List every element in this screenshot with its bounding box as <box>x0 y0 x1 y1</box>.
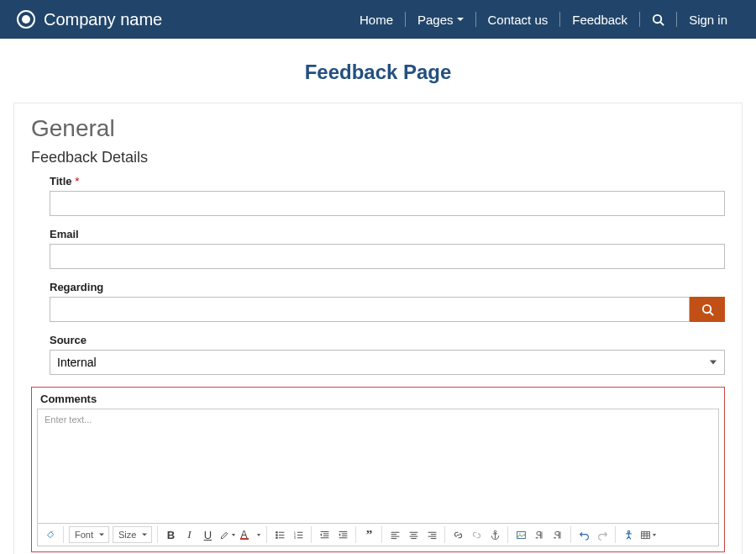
rtl-button[interactable] <box>549 525 567 544</box>
italic-button[interactable]: I <box>180 525 198 544</box>
indent-button[interactable] <box>333 525 352 544</box>
anchor-icon <box>490 530 501 541</box>
number-list-icon: 123 <box>293 530 304 541</box>
nav-signin[interactable]: Sign in <box>677 13 739 27</box>
editor-toolbar: Font Size B I U A <box>38 523 718 546</box>
search-icon <box>701 303 714 316</box>
table-button[interactable] <box>638 525 659 544</box>
brand-logo-icon <box>17 10 35 29</box>
nav-contact[interactable]: Contact us <box>476 13 560 27</box>
comments-label: Comments <box>40 393 719 405</box>
nav-links: Home Pages Contact us Feedback Sign in <box>348 12 739 27</box>
undo-button[interactable] <box>575 525 593 544</box>
comments-highlight: Comments Enter text... Font Size <box>31 387 725 552</box>
email-label: Email <box>50 228 725 240</box>
brand-name: Company name <box>44 10 162 29</box>
title-label-text: Title <box>50 175 72 187</box>
title-input[interactable] <box>50 191 725 216</box>
comments-input[interactable]: Enter text... <box>38 409 718 523</box>
search-icon <box>652 13 664 26</box>
number-list-button[interactable]: 123 <box>289 525 307 544</box>
svg-text:3: 3 <box>294 536 297 540</box>
redo-icon <box>597 530 608 541</box>
svg-line-3 <box>710 312 713 315</box>
bold-button[interactable]: B <box>161 525 180 544</box>
unlink-button[interactable] <box>467 525 486 544</box>
title-label: Title * <box>50 175 725 187</box>
align-left-icon <box>390 530 401 541</box>
link-icon <box>453 530 464 541</box>
nav-search[interactable] <box>640 13 676 26</box>
rtl-icon <box>553 530 564 541</box>
regarding-label: Regarding <box>50 281 725 293</box>
rich-text-editor: Enter text... Font Size B <box>37 409 719 546</box>
nav-feedback[interactable]: Feedback <box>560 13 639 27</box>
align-right-button[interactable] <box>423 525 441 544</box>
highlight-icon <box>219 530 230 541</box>
text-color-indicator <box>240 538 249 540</box>
regarding-input[interactable] <box>50 297 690 322</box>
align-left-button[interactable] <box>386 525 404 544</box>
brand[interactable]: Company name <box>17 10 162 29</box>
svg-line-1 <box>660 22 664 25</box>
nav-home[interactable]: Home <box>348 13 405 27</box>
nav-pages-label: Pages <box>417 13 454 27</box>
chevron-down-icon <box>457 18 464 21</box>
text-color-button[interactable]: A <box>238 525 263 544</box>
form-panel: General Feedback Details Title * Email R… <box>13 103 743 554</box>
font-dropdown[interactable]: Font <box>69 526 109 543</box>
undo-icon <box>579 530 590 541</box>
size-dropdown[interactable]: Size <box>113 526 152 543</box>
align-center-button[interactable] <box>404 525 423 544</box>
indent-icon <box>338 530 349 541</box>
nav-pages[interactable]: Pages <box>406 13 475 27</box>
svg-point-40 <box>519 533 521 535</box>
blockquote-button[interactable]: ” <box>360 525 378 544</box>
svg-point-0 <box>654 14 661 22</box>
svg-rect-42 <box>642 531 650 538</box>
ltr-button[interactable] <box>530 525 549 544</box>
svg-point-41 <box>627 530 629 532</box>
format-painter-button[interactable] <box>41 525 60 544</box>
email-input[interactable] <box>50 244 725 269</box>
required-indicator: * <box>75 175 79 187</box>
table-icon <box>640 530 651 541</box>
outdent-button[interactable] <box>315 525 333 544</box>
bullet-list-icon <box>275 530 286 541</box>
highlight-button[interactable] <box>217 525 238 544</box>
align-right-icon <box>427 530 438 541</box>
unlink-icon <box>471 530 482 541</box>
accessibility-icon <box>623 530 634 541</box>
format-painter-icon <box>45 530 56 541</box>
section-heading: General <box>31 115 725 142</box>
svg-point-4 <box>276 531 278 533</box>
svg-point-36 <box>494 530 496 532</box>
source-select[interactable]: Internal <box>50 350 725 375</box>
align-center-icon <box>408 530 419 541</box>
page-title: Feedback Page <box>0 61 756 84</box>
svg-point-2 <box>702 304 710 312</box>
link-button[interactable] <box>449 525 467 544</box>
regarding-lookup-button[interactable] <box>690 297 725 322</box>
anchor-button[interactable] <box>486 525 504 544</box>
ltr-icon <box>534 530 545 541</box>
image-icon <box>516 530 527 541</box>
bullet-list-button[interactable] <box>270 525 289 544</box>
svg-point-6 <box>276 534 278 536</box>
underline-button[interactable]: U <box>198 525 217 544</box>
redo-button[interactable] <box>593 525 612 544</box>
source-label: Source <box>50 334 725 346</box>
svg-point-8 <box>276 536 278 538</box>
image-button[interactable] <box>512 525 530 544</box>
subsection-heading: Feedback Details <box>31 149 725 166</box>
navbar: Company name Home Pages Contact us Feedb… <box>0 0 756 39</box>
accessibility-button[interactable] <box>619 525 638 544</box>
outdent-icon <box>319 530 330 541</box>
